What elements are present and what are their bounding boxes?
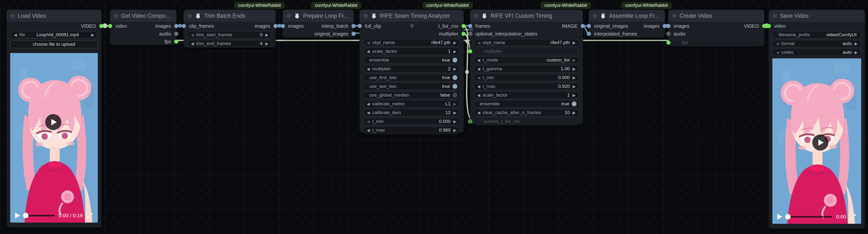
- port-in-video[interactable]: [108, 24, 112, 28]
- seek-bar[interactable]: [24, 215, 55, 216]
- widget-multiplier-input[interactable]: multiplier: [474, 48, 579, 55]
- collapse-dot[interactable]: [286, 13, 291, 18]
- arrow-right-icon[interactable]: ▶: [572, 75, 577, 80]
- node-load-video[interactable]: Load Video VIDEO ◀ file LoopVid_00091.mp…: [6, 10, 101, 227]
- arrow-right-icon[interactable]: ▶: [90, 33, 95, 37]
- arrow-left-icon[interactable]: ◀: [476, 75, 481, 80]
- port-in-optional-interpolation-states[interactable]: [468, 32, 472, 36]
- arrow-right-icon[interactable]: ▶: [453, 102, 457, 106]
- port-out-t-list-csv[interactable]: [462, 24, 466, 28]
- node-rife-seam-timing-analyzer[interactable]: RIFE Seam Timing Analyzer full_clip t_li…: [360, 10, 464, 133]
- arrow-left-icon[interactable]: ◀: [476, 40, 481, 45]
- arrow-left-icon[interactable]: ◀: [476, 84, 481, 89]
- widget-filename-prefix[interactable]: filename_prefix video/ComfyUI: [772, 31, 861, 38]
- widget-scale-factor[interactable]: ◀ scale_factor 1 ▶: [474, 92, 579, 99]
- node-trim-batch-ends[interactable]: Trim Batch Ends clip_frames images ◀ tri…: [184, 10, 276, 47]
- node-prepare-loop-frames[interactable]: Prepare Loop Fr... images interp_batch o…: [283, 10, 354, 38]
- arrow-left-icon[interactable]: ◀: [366, 40, 371, 45]
- node-create-video[interactable]: Create Video images VIDEO audio fps: [668, 10, 764, 46]
- seek-handle[interactable]: [785, 214, 790, 220]
- port-in-custom-t-list-csv[interactable]: [468, 120, 472, 124]
- widget-t-min[interactable]: ◀ t_min 0.000 ▶: [363, 118, 460, 125]
- seek-bar[interactable]: [786, 216, 832, 218]
- arrow-right-icon[interactable]: ▶: [572, 40, 577, 45]
- widget-use-first-two[interactable]: use_first_two true: [363, 74, 460, 81]
- widget-calibrate-iters[interactable]: ◀ calibrate_iters 12 ▶: [363, 109, 460, 116]
- toggle-dot[interactable]: [453, 84, 457, 89]
- collapse-dot[interactable]: [672, 13, 677, 18]
- arrow-right-icon[interactable]: ▶: [854, 41, 859, 46]
- port-in-images[interactable]: [281, 24, 285, 28]
- comfyui-graph-canvas[interactable]: comfyui-WhiteRabbit comfyui-WhiteRabbit …: [0, 0, 868, 234]
- port-in-fps[interactable]: [666, 41, 671, 45]
- widget-t-min[interactable]: ◀ t_min 0.000 ▶: [474, 74, 579, 81]
- collapse-dot[interactable]: [114, 13, 118, 18]
- widget-ckpt-name[interactable]: ◀ ckpt_name rife47.pth ▶: [363, 39, 460, 46]
- widget-scale-factor[interactable]: ◀ scale_factor 1 ▶: [363, 48, 460, 55]
- port-out-fps[interactable]: [174, 40, 178, 44]
- arrow-right-icon[interactable]: ▶: [572, 58, 577, 63]
- port-in-original-images[interactable]: [587, 24, 591, 28]
- arrow-right-icon[interactable]: ▶: [453, 110, 457, 115]
- arrow-left-icon[interactable]: ◀: [476, 67, 481, 71]
- toggle-dot[interactable]: [572, 101, 577, 106]
- arrow-right-icon[interactable]: ▶: [265, 41, 269, 46]
- widget-calibrate-metric[interactable]: ◀ calibrate_metric L1 ▶: [363, 100, 460, 107]
- collapse-dot[interactable]: [773, 13, 777, 18]
- port-in-clip-frames[interactable]: [182, 24, 186, 28]
- arrow-left-icon[interactable]: ◀: [366, 119, 371, 124]
- arrow-right-icon[interactable]: ▶: [572, 84, 577, 89]
- arrow-right-icon[interactable]: ▶: [572, 67, 577, 71]
- arrow-right-icon[interactable]: ▶: [265, 33, 269, 37]
- node-header[interactable]: Load Video: [6, 10, 101, 22]
- arrow-left-icon[interactable]: ◀: [366, 110, 371, 115]
- play-button[interactable]: [777, 214, 782, 220]
- arrow-right-icon[interactable]: ▶: [453, 40, 457, 45]
- arrow-right-icon[interactable]: ▶: [572, 110, 577, 115]
- widget-custom-t-list-csv-input[interactable]: custom_t_list_csv: [474, 118, 579, 125]
- port-out-multiplier[interactable]: [462, 32, 466, 36]
- port-in-images[interactable]: [666, 24, 671, 28]
- widget-t-mode[interactable]: ◀ t_mode custom_list ▶: [474, 57, 579, 64]
- node-assemble-loop-frames[interactable]: Assemble Loop Fr... original_images imag…: [589, 10, 665, 38]
- port-out-images[interactable]: [174, 24, 178, 28]
- widget-file[interactable]: ◀ file LoopVid_00091.mp4 ▶: [10, 31, 98, 38]
- arrow-left-icon[interactable]: ◀: [190, 41, 195, 46]
- port-in-video[interactable]: [767, 24, 771, 28]
- widget-codec[interactable]: ◀ codec auto ▶: [772, 48, 861, 56]
- fullscreen-icon[interactable]: [850, 213, 856, 220]
- toggle-dot[interactable]: [453, 58, 457, 63]
- widget-multiplier[interactable]: ◀ multiplier 2 ▶: [363, 65, 460, 72]
- arrow-left-icon[interactable]: ◀: [190, 33, 195, 37]
- port-in-frames[interactable]: [468, 24, 472, 28]
- port-out-audio[interactable]: [174, 32, 178, 36]
- port-in-audio[interactable]: [666, 32, 671, 36]
- widget-t-gamma[interactable]: ◀ t_gamma 1.00 ▶: [474, 65, 579, 72]
- port-out-images[interactable]: [273, 24, 278, 28]
- fullscreen-icon[interactable]: [87, 212, 93, 219]
- play-overlay-button[interactable]: [45, 114, 61, 130]
- arrow-left-icon[interactable]: ◀: [366, 128, 371, 133]
- arrow-left-icon[interactable]: ◀: [476, 58, 481, 63]
- node-get-video-components[interactable]: Get Video Compo... video images audio fp…: [110, 10, 176, 45]
- port-out-interp-batch[interactable]: [351, 24, 356, 28]
- widget-clear-cache-after-n-frames[interactable]: ◀ clear_cache_after_n_frames 10 ▶: [474, 109, 579, 116]
- port-in-multiplier[interactable]: [468, 49, 472, 54]
- arrow-left-icon[interactable]: ◀: [366, 67, 371, 71]
- widget-fps-input[interactable]: fps: [672, 39, 761, 46]
- arrow-left-icon[interactable]: ◀: [366, 49, 371, 54]
- play-overlay-button[interactable]: [812, 135, 828, 151]
- toggle-dot[interactable]: [453, 75, 457, 80]
- seek-handle[interactable]: [23, 213, 28, 218]
- collapse-dot[interactable]: [474, 13, 478, 18]
- collapse-dot[interactable]: [364, 13, 368, 18]
- arrow-left-icon[interactable]: ◀: [366, 102, 371, 106]
- port-out-video[interactable]: [762, 24, 766, 28]
- widget-trim-end-frames[interactable]: ◀ trim_end_frames 4 ▶: [187, 40, 272, 47]
- arrow-left-icon[interactable]: ◀: [775, 50, 780, 55]
- port-in-interpolated-frames[interactable]: [587, 32, 591, 36]
- widget-ensemble[interactable]: ensemble true: [363, 57, 460, 64]
- port-in-full-clip[interactable]: [358, 24, 362, 28]
- arrow-right-icon[interactable]: ▶: [453, 119, 457, 124]
- widget-t-max[interactable]: ◀ t_max 0.920 ▶: [474, 83, 579, 90]
